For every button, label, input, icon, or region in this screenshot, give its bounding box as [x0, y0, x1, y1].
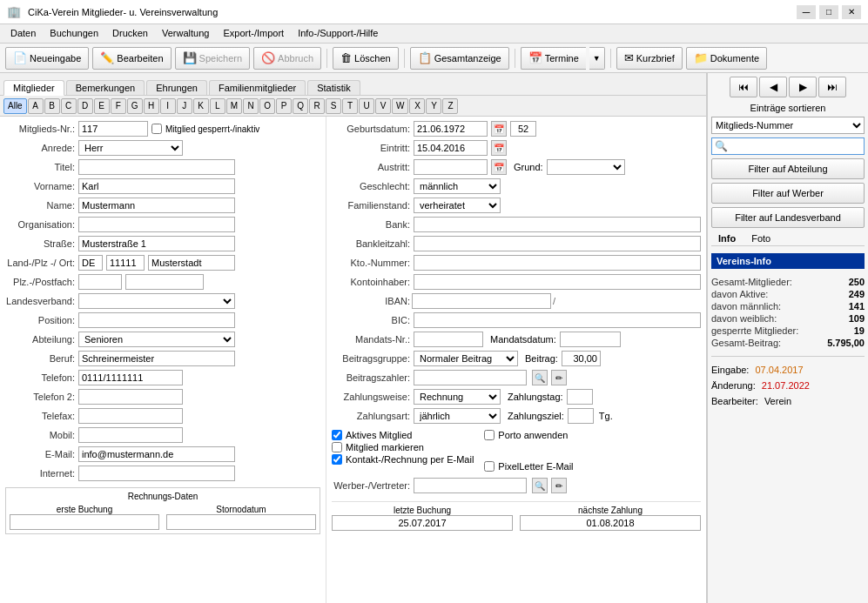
nav-prev-button[interactable]: ◀ [759, 77, 787, 97]
alpha-c[interactable]: C [61, 98, 77, 114]
alpha-s[interactable]: S [326, 98, 341, 114]
alpha-d[interactable]: D [77, 98, 93, 114]
dokumente-button[interactable]: 📁 Dokumente [686, 47, 767, 70]
beitragszahler-input[interactable] [414, 370, 527, 385]
close-button[interactable]: ✕ [842, 5, 861, 19]
anrede-select[interactable]: Herr Frau [78, 140, 183, 156]
menu-verwaltung[interactable]: Verwaltung [155, 26, 216, 41]
telefax-input[interactable] [78, 408, 183, 424]
speichern-button[interactable]: 💾 Speichern [175, 47, 251, 70]
search-input[interactable] [730, 139, 861, 153]
tab-familienmitglieder[interactable]: Familienmitglieder [209, 80, 306, 95]
beruf-input[interactable] [78, 351, 235, 366]
alpha-g[interactable]: G [127, 98, 143, 114]
alpha-e[interactable]: E [94, 98, 110, 114]
werber-search-button[interactable]: 🔍 [532, 478, 548, 493]
zahlungsweise-select[interactable]: Rechnung [414, 389, 501, 405]
beitragsgruppe-select[interactable]: Normaler Beitrag [414, 351, 518, 366]
geschlecht-select[interactable]: männlich weiblich [414, 178, 501, 194]
internet-input[interactable] [78, 466, 235, 481]
menu-export-import[interactable]: Export-/Import [216, 26, 291, 41]
werber-edit-button[interactable]: ✏ [551, 478, 567, 493]
filter-abteilung-button[interactable]: Filter auf Abteilung [711, 158, 865, 179]
titel-input[interactable] [78, 159, 235, 175]
termine-dropdown-arrow[interactable]: ▼ [589, 47, 605, 70]
alpha-v[interactable]: V [375, 98, 391, 114]
foto-tab[interactable]: Foto [744, 231, 777, 245]
grund-select[interactable] [547, 159, 625, 175]
nav-first-button[interactable]: ⏮ [730, 77, 757, 97]
bank-input[interactable] [414, 217, 701, 232]
telefon2-input[interactable] [78, 389, 183, 405]
mitgliedsnr-input[interactable] [78, 121, 148, 137]
alpha-f[interactable]: F [111, 98, 126, 114]
alpha-b[interactable]: B [44, 98, 60, 114]
menu-buchungen[interactable]: Buchungen [43, 26, 105, 41]
naechste-zahlung-input[interactable] [520, 515, 701, 531]
info-tab[interactable]: Info [711, 231, 743, 245]
menu-info-support[interactable]: Info-/Support-/Hilfe [291, 26, 385, 41]
alpha-h[interactable]: H [144, 98, 159, 114]
tab-mitglieder[interactable]: Mitglieder [3, 80, 64, 96]
alpha-alle[interactable]: Alle [3, 98, 27, 114]
tab-ehrungen[interactable]: Ehrungen [146, 80, 207, 95]
geburtsdatum-input[interactable] [414, 121, 488, 137]
name-input[interactable] [78, 198, 235, 213]
alpha-o[interactable]: O [259, 98, 275, 114]
zahlungstag-input[interactable] [567, 389, 593, 405]
telefon-input[interactable] [78, 370, 183, 385]
landesverband-select[interactable] [78, 293, 235, 309]
plz-postfach1-input[interactable] [78, 274, 122, 290]
bankleitzahl-input[interactable] [414, 236, 701, 251]
plz-postfach2-input[interactable] [125, 274, 204, 290]
storno-input[interactable] [166, 514, 316, 530]
gesamtanzeige-button[interactable]: 📋 Gesamtanzeige [410, 47, 509, 70]
letzte-buchung-input[interactable] [332, 515, 513, 531]
werber-input[interactable] [414, 478, 527, 493]
alpha-w[interactable]: W [392, 98, 408, 114]
alpha-k[interactable]: K [193, 98, 209, 114]
alpha-j[interactable]: J [177, 98, 192, 114]
iban-input[interactable] [412, 293, 551, 309]
mitglied-gesperrt-checkbox[interactable] [151, 124, 162, 134]
mobil-input[interactable] [78, 427, 183, 443]
mandatsnr-input[interactable] [414, 332, 483, 347]
austritt-input[interactable] [414, 159, 488, 175]
alpha-a[interactable]: A [28, 98, 44, 114]
kontakt-rechnung-checkbox[interactable] [332, 454, 342, 465]
alpha-i[interactable]: I [160, 98, 176, 114]
pixelletter-checkbox[interactable] [484, 461, 495, 472]
abteilung-select[interactable]: Senioren [78, 332, 235, 347]
loeschen-button[interactable]: 🗑 Löschen [333, 47, 399, 70]
geburtsdatum-calendar-button[interactable]: 📅 [491, 121, 507, 137]
alpha-u[interactable]: U [359, 98, 374, 114]
menu-drucken[interactable]: Drucken [105, 26, 155, 41]
alpha-r[interactable]: R [309, 98, 325, 114]
strasse-input[interactable] [78, 236, 235, 251]
alpha-m[interactable]: M [226, 98, 242, 114]
beitragszahler-search-button[interactable]: 🔍 [532, 370, 548, 385]
plz-input[interactable] [106, 255, 145, 271]
alpha-p[interactable]: P [276, 98, 292, 114]
organisation-input[interactable] [78, 217, 235, 232]
tab-statistik[interactable]: Statistik [307, 80, 360, 95]
porto-anwenden-checkbox[interactable] [484, 430, 495, 440]
land-code-input[interactable] [78, 255, 103, 271]
menu-daten[interactable]: Daten [3, 26, 43, 41]
filter-landesverband-button[interactable]: Filter auf Landesverband [711, 207, 865, 228]
maximize-button[interactable]: □ [819, 5, 838, 19]
neueingabe-button[interactable]: 📄 Neueingabe [5, 47, 89, 70]
tab-bemerkungen[interactable]: Bemerkungen [66, 80, 145, 95]
erste-buchung-input[interactable] [10, 514, 159, 530]
alpha-n[interactable]: N [243, 98, 259, 114]
bic-input[interactable] [414, 312, 701, 328]
aktives-mitglied-checkbox[interactable] [332, 430, 342, 440]
alpha-x[interactable]: X [409, 98, 425, 114]
vorname-input[interactable] [78, 178, 235, 194]
austritt-calendar-button[interactable]: 📅 [491, 159, 507, 175]
alpha-y[interactable]: Y [426, 98, 441, 114]
bearbeiten-button[interactable]: ✏️ Bearbeiten [92, 47, 171, 70]
filter-werber-button[interactable]: Filter auf Werber [711, 183, 865, 204]
nav-next-button[interactable]: ▶ [789, 77, 817, 97]
alpha-t[interactable]: T [342, 98, 358, 114]
